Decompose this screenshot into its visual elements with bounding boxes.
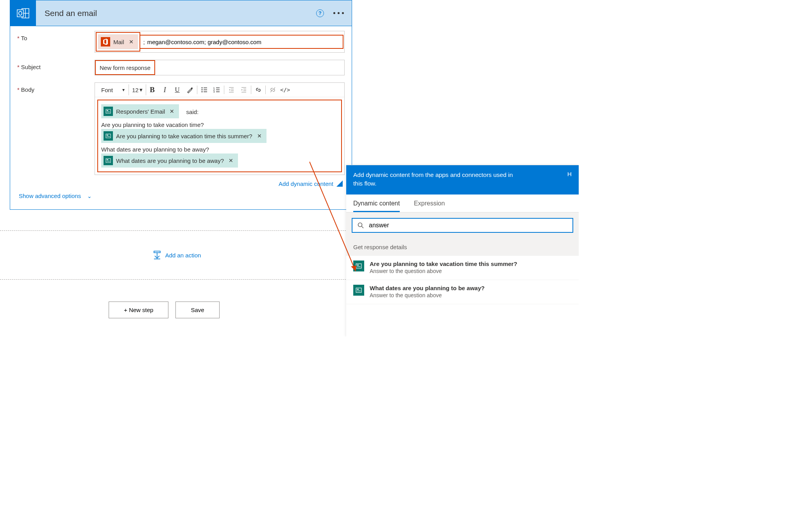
outdent-icon[interactable]: [225, 84, 238, 95]
forms-icon: [353, 261, 364, 271]
save-button[interactable]: Save: [175, 302, 219, 318]
said-text: said:: [186, 109, 199, 115]
responder-token-label: Responders' Email: [116, 108, 165, 115]
dynamic-panel-header: Add dynamic content from the apps and co…: [346, 165, 579, 195]
add-action-button[interactable]: Add an action: [153, 250, 201, 260]
footer-buttons: + New step Save: [109, 302, 220, 318]
office-icon: [101, 37, 110, 46]
card-title: Send an email: [45, 9, 316, 18]
svg-rect-28: [107, 110, 108, 111]
body-row: *Body Font▾ 12▾ B I U: [17, 82, 345, 187]
link-icon[interactable]: [252, 84, 265, 95]
subject-label: *Subject: [17, 60, 95, 70]
search-icon: [357, 222, 364, 229]
font-size-dropdown[interactable]: 12▾: [129, 84, 146, 95]
subject-highlight: New form response: [95, 60, 155, 75]
responder-email-token[interactable]: Responders' Email ✕: [101, 104, 179, 118]
editor-toolbar: Font▾ 12▾ B I U: [95, 83, 344, 97]
svg-rect-29: [107, 112, 110, 112]
dynamic-search-input[interactable]: [369, 222, 568, 229]
svg-rect-30: [106, 134, 111, 138]
remove-token-icon[interactable]: ✕: [129, 39, 134, 45]
unlink-icon[interactable]: [266, 84, 279, 95]
subject-row: *Subject New form response: [17, 60, 345, 75]
color-picker-icon[interactable]: [184, 84, 196, 95]
dynamic-item-title: Are you planning to take vacation time t…: [370, 261, 517, 267]
to-input[interactable]: [146, 37, 340, 46]
vacation-question-token[interactable]: Are you planning to take vacation time t…: [101, 129, 266, 143]
code-view-icon[interactable]: </>: [279, 84, 292, 95]
svg-line-40: [362, 227, 364, 228]
new-step-button[interactable]: + New step: [109, 302, 168, 318]
svg-rect-35: [107, 161, 110, 161]
dynamic-item-vacation[interactable]: Are you planning to take vacation time t…: [346, 256, 579, 280]
dynamic-search-wrap: [346, 212, 579, 238]
bold-icon[interactable]: B: [146, 84, 159, 95]
tab-dynamic-content[interactable]: Dynamic content: [353, 200, 400, 212]
to-label: *To: [17, 31, 95, 41]
body-line-2: What dates are you planning to be away?: [101, 146, 338, 153]
forms-icon: [353, 285, 364, 296]
svg-point-7: [201, 89, 202, 91]
to-field[interactable]: Mail ✕ ;: [95, 31, 345, 53]
remove-token-icon[interactable]: ✕: [229, 157, 233, 164]
svg-rect-34: [107, 159, 108, 160]
more-menu-icon[interactable]: [331, 12, 346, 14]
remove-token-icon[interactable]: ✕: [170, 108, 174, 114]
bullet-list-icon[interactable]: [198, 84, 211, 95]
svg-rect-3: [17, 10, 23, 17]
italic-icon[interactable]: I: [159, 84, 171, 95]
svg-point-5: [191, 87, 193, 89]
svg-rect-36: [154, 251, 160, 253]
body-editor: Font▾ 12▾ B I U: [95, 82, 345, 175]
svg-rect-42: [357, 265, 359, 266]
card-header[interactable]: Send an email ?: [10, 0, 352, 26]
svg-point-39: [358, 223, 362, 227]
add-action-area: Add an action: [0, 230, 354, 280]
remove-token-icon[interactable]: ✕: [257, 133, 262, 139]
dates-question-token[interactable]: What dates are you planning to be away? …: [101, 153, 238, 168]
forms-icon: [104, 131, 113, 141]
mail-token[interactable]: Mail ✕: [98, 34, 138, 49]
svg-rect-43: [357, 267, 360, 267]
body-label: *Body: [17, 82, 95, 93]
svg-rect-31: [107, 135, 108, 136]
dynamic-content-panel: Add dynamic content from the apps and co…: [346, 165, 579, 337]
dynamic-panel-help[interactable]: H: [567, 171, 572, 187]
tab-expression[interactable]: Expression: [414, 200, 445, 212]
add-action-label: Add an action: [165, 252, 201, 259]
svg-rect-27: [106, 109, 111, 113]
dynamic-section-title: Get response details: [346, 238, 579, 256]
to-row: *To Mail ✕ ;: [17, 31, 345, 53]
chevron-down-icon: ⌄: [87, 193, 92, 199]
to-rest-highlight: ;: [140, 35, 343, 49]
dynamic-search-box[interactable]: [352, 218, 573, 233]
indent-icon[interactable]: [238, 84, 250, 95]
subject-value: New form response: [100, 64, 150, 71]
show-advanced-options-link[interactable]: Show advanced options ⌄: [17, 189, 93, 206]
subject-remainder[interactable]: [155, 60, 344, 75]
svg-rect-44: [356, 288, 361, 293]
dynamic-item-title: What dates are you planning to be away?: [370, 285, 485, 291]
form-body: *To Mail ✕ ;: [10, 26, 352, 209]
svg-rect-45: [357, 289, 359, 290]
editor-content[interactable]: Responders' Email ✕ said: Are you planni…: [95, 97, 344, 175]
dynamic-item-subtitle: Answer to the question above: [370, 268, 517, 274]
dynamic-item-subtitle: Answer to the question above: [370, 292, 485, 298]
help-icon[interactable]: ?: [316, 9, 324, 17]
body-line-1: Are you planning to take vacation time?: [101, 121, 338, 128]
font-dropdown[interactable]: Font▾: [97, 84, 129, 95]
dynamic-item-dates[interactable]: What dates are you planning to be away? …: [346, 280, 579, 304]
subject-field[interactable]: New form response: [95, 60, 345, 75]
add-dynamic-content-link[interactable]: Add dynamic content: [95, 180, 345, 187]
outlook-icon: [10, 0, 36, 26]
forms-icon: [104, 107, 113, 116]
vacation-token-label: Are you planning to take vacation time t…: [116, 133, 252, 139]
dynamic-panel-tabs: Dynamic content Expression: [346, 195, 579, 212]
svg-point-6: [201, 87, 202, 89]
callout-triangle-icon: [336, 180, 343, 187]
underline-icon[interactable]: U: [171, 84, 184, 95]
number-list-icon[interactable]: 123: [211, 84, 223, 95]
svg-rect-32: [107, 136, 110, 137]
svg-text:3: 3: [213, 91, 215, 93]
